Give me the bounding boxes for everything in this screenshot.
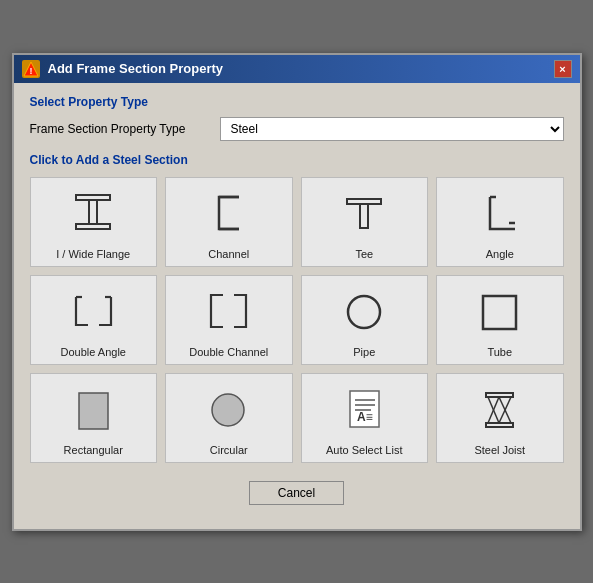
shape-card-angle[interactable]: Angle [436, 177, 564, 267]
svg-rect-16 [483, 296, 516, 329]
cancel-button[interactable]: Cancel [249, 481, 344, 505]
footer: Cancel [30, 477, 564, 513]
property-type-dropdown[interactable]: Steel Concrete Other [220, 117, 564, 141]
dialog-title: Add Frame Section Property [48, 61, 224, 76]
tube-icon [441, 284, 559, 342]
double-angle-label: Double Angle [61, 346, 126, 358]
svg-rect-4 [89, 200, 97, 224]
pipe-icon [306, 284, 424, 342]
channel-label: Channel [208, 248, 249, 260]
shape-card-channel[interactable]: Channel [165, 177, 293, 267]
steel-joist-icon [441, 382, 559, 440]
auto-select-label: Auto Select List [326, 444, 402, 456]
field-label: Frame Section Property Type [30, 122, 210, 136]
property-row: Frame Section Property Type Steel Concre… [30, 117, 564, 141]
wide-flange-icon [35, 186, 153, 244]
tee-icon [306, 186, 424, 244]
svg-rect-5 [76, 224, 110, 229]
tee-label: Tee [355, 248, 373, 260]
wide-flange-label: I / Wide Flange [56, 248, 130, 260]
svg-rect-24 [486, 393, 513, 397]
angle-icon [441, 186, 559, 244]
shape-card-double-angle[interactable]: Double Angle [30, 275, 158, 365]
svg-text:A≡: A≡ [357, 410, 373, 424]
shape-card-circular[interactable]: Circular [165, 373, 293, 463]
shape-card-double-channel[interactable]: Double Channel [165, 275, 293, 365]
circular-label: Circular [210, 444, 248, 456]
shape-card-auto-select[interactable]: A≡ Auto Select List [301, 373, 429, 463]
steel-joist-label: Steel Joist [474, 444, 525, 456]
title-bar: ! Add Frame Section Property × [14, 55, 580, 83]
svg-text:!: ! [29, 66, 32, 76]
shape-card-tee[interactable]: Tee [301, 177, 429, 267]
select-property-label: Select Property Type [30, 95, 564, 109]
double-angle-icon [35, 284, 153, 342]
rectangular-icon [35, 382, 153, 440]
close-button[interactable]: × [554, 60, 572, 78]
shape-card-rectangular[interactable]: Rectangular [30, 373, 158, 463]
angle-label: Angle [486, 248, 514, 260]
shape-card-pipe[interactable]: Pipe [301, 275, 429, 365]
shape-card-wide-flange[interactable]: I / Wide Flange [30, 177, 158, 267]
svg-rect-9 [360, 204, 368, 228]
app-icon: ! [22, 60, 40, 78]
svg-rect-17 [79, 393, 108, 429]
auto-select-icon: A≡ [306, 382, 424, 440]
shape-grid: I / Wide Flange Channel [30, 177, 564, 463]
circular-icon [170, 382, 288, 440]
main-dialog: ! Add Frame Section Property × Select Pr… [12, 53, 582, 531]
double-channel-label: Double Channel [189, 346, 268, 358]
pipe-label: Pipe [353, 346, 375, 358]
svg-point-18 [212, 394, 244, 426]
tube-label: Tube [487, 346, 512, 358]
svg-point-15 [348, 296, 380, 328]
click-label: Click to Add a Steel Section [30, 153, 564, 167]
title-bar-left: ! Add Frame Section Property [22, 60, 224, 78]
dialog-body: Select Property Type Frame Section Prope… [14, 83, 580, 529]
shape-card-steel-joist[interactable]: Steel Joist [436, 373, 564, 463]
shape-card-tube[interactable]: Tube [436, 275, 564, 365]
double-channel-icon [170, 284, 288, 342]
svg-rect-25 [486, 423, 513, 427]
channel-icon [170, 186, 288, 244]
rectangular-label: Rectangular [64, 444, 123, 456]
